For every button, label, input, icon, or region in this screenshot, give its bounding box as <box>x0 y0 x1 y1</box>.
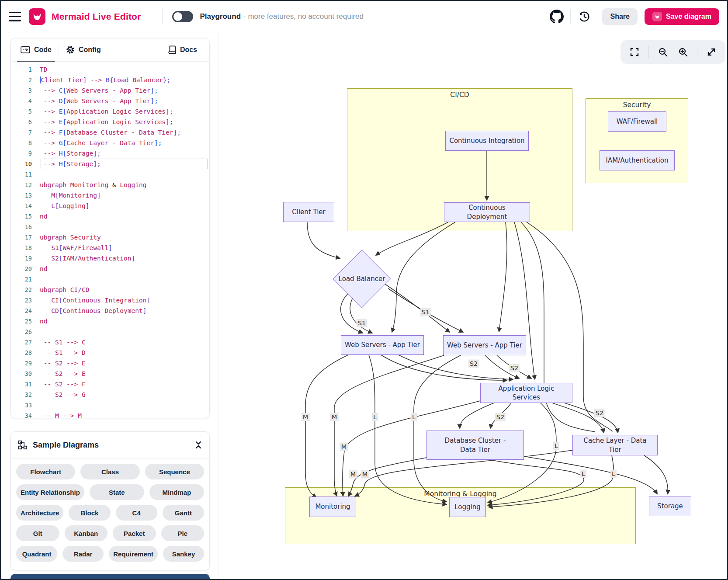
code-line[interactable]: 17ubgraph Security <box>11 232 209 243</box>
code-line[interactable]: 22ubgraph CI/CD <box>11 285 209 295</box>
code-editor[interactable]: 1TD2Client Tier] --> B{Load Balancer};3 … <box>11 62 209 418</box>
code-line[interactable]: 29 -- S2 --> E <box>11 358 209 368</box>
zoom-out-icon[interactable] <box>656 45 669 59</box>
line-text: --> H[Storage]; <box>40 148 101 159</box>
line-number: 34 <box>11 410 40 418</box>
sample-state[interactable]: State <box>90 484 144 500</box>
bottom-panel-peek[interactable] <box>10 574 210 580</box>
code-icon <box>21 46 30 54</box>
code-line[interactable]: 30 -- S2 --> E <box>11 368 209 379</box>
code-line[interactable]: 10 --> H[Storage]; <box>11 159 209 169</box>
sample-diagrams-title: Sample Diagrams <box>33 441 189 450</box>
sample-sankey[interactable]: Sankey <box>163 546 204 562</box>
sample-git[interactable]: Git <box>16 525 59 541</box>
menu-icon[interactable] <box>9 12 21 21</box>
code-line[interactable]: 28 -- S1 --> D <box>11 347 209 358</box>
code-line[interactable]: 26 <box>11 326 209 337</box>
collapse-icon[interactable] <box>194 441 202 449</box>
code-line[interactable]: 4 --> D[Web Servers - App Tier]; <box>11 96 209 106</box>
diagram-pane[interactable] <box>218 32 727 579</box>
code-line[interactable]: 20nd <box>11 264 209 274</box>
code-line[interactable]: 15nd <box>11 211 209 222</box>
sample-class[interactable]: Class <box>80 464 139 479</box>
line-text: TD <box>40 64 47 75</box>
sample-gantt[interactable]: Gantt <box>163 505 204 521</box>
diagram-icon <box>18 440 28 450</box>
code-line[interactable]: 2Client Tier] --> B{Load Balancer}; <box>11 75 209 85</box>
code-line[interactable]: 5 --> E[Application Logic Services]; <box>11 106 209 117</box>
line-text: -- S2 --> E <box>40 368 86 379</box>
history-icon[interactable] <box>577 9 592 24</box>
code-line[interactable]: 19 S2[IAM/Authentication] <box>11 253 209 264</box>
mermaid-logo-icon[interactable] <box>29 8 45 25</box>
sample-block[interactable]: Block <box>69 505 110 521</box>
code-line[interactable]: 12ubgraph Monitoring & Logging <box>11 180 209 190</box>
line-text: -- S2 --> G <box>40 389 86 400</box>
code-line[interactable]: 11 <box>11 169 209 180</box>
sample-entity-relationship[interactable]: Entity Relationship <box>16 484 84 500</box>
zoom-in-icon[interactable] <box>676 45 690 59</box>
sample-flowchart[interactable]: Flowchart <box>16 464 75 479</box>
toolbar-divider <box>697 45 697 59</box>
code-line[interactable]: 13 M[Monitoring] <box>11 190 209 201</box>
tab-docs[interactable]: Docs <box>161 38 207 61</box>
sample-kanban[interactable]: Kanban <box>65 525 108 541</box>
code-line[interactable]: 9 --> H[Storage]; <box>11 148 209 159</box>
line-text: nd <box>40 316 47 326</box>
code-line[interactable]: 8 --> G[Cache Layer - Data Tier]; <box>11 138 209 148</box>
save-mermaid-icon <box>652 12 662 21</box>
code-line[interactable]: 23 CI[Continuous Integration] <box>11 295 209 306</box>
gear-icon <box>66 45 75 54</box>
sample-diagrams-header[interactable]: Sample Diagrams <box>11 432 209 458</box>
sample-radar[interactable]: Radar <box>62 546 104 562</box>
line-text: nd <box>40 264 47 274</box>
code-line[interactable]: 24 CD[Continuous Deployment] <box>11 306 209 316</box>
app-header: Mermaid Live Editor Playground- more fea… <box>1 1 727 32</box>
code-line[interactable]: 25nd <box>11 316 209 326</box>
playground-toggle[interactable] <box>172 11 193 22</box>
code-line[interactable]: 3 --> C[Web Servers - App Tier]; <box>11 85 209 96</box>
sample-architecture[interactable]: Architecture <box>16 505 63 521</box>
line-number: 25 <box>11 316 40 326</box>
line-number: 23 <box>11 295 40 306</box>
tab-config[interactable]: Config <box>59 38 108 61</box>
sample-requirement[interactable]: Requirement <box>109 546 158 562</box>
resize-icon[interactable] <box>705 45 718 59</box>
sample-pie[interactable]: Pie <box>161 525 205 541</box>
line-number: 4 <box>11 96 40 106</box>
header-divider <box>570 9 571 24</box>
line-number: 12 <box>11 180 40 190</box>
line-text: -- S2 --> F <box>40 379 86 389</box>
code-line[interactable]: 31 -- S2 --> F <box>11 379 209 389</box>
code-line[interactable]: 34 -- M --> M <box>11 410 209 418</box>
code-line[interactable]: 18 S1[WAF/Firewall] <box>11 243 209 253</box>
save-diagram-button[interactable]: Save diagram <box>645 8 719 25</box>
code-line[interactable]: 6 --> E[Application Logic Services]; <box>11 117 209 127</box>
line-number: 2 <box>11 75 40 85</box>
line-number: 20 <box>11 264 40 274</box>
sample-diagrams-panel: Sample Diagrams FlowchartClassSequenceEn… <box>10 431 210 570</box>
share-button[interactable]: Share <box>602 8 637 25</box>
line-text: ubgraph Monitoring & Logging <box>40 180 146 190</box>
sample-c4[interactable]: C4 <box>116 505 157 521</box>
sample-row: Entity RelationshipStateMindmap <box>16 484 204 500</box>
sample-packet[interactable]: Packet <box>113 525 156 541</box>
github-icon[interactable] <box>549 9 564 24</box>
fullscreen-icon[interactable] <box>628 45 641 59</box>
toolbar-divider <box>648 45 649 59</box>
sample-row: QuadrantRadarRequirementSankey <box>16 546 204 562</box>
line-text: -- S2 --> E <box>40 358 86 368</box>
code-line[interactable]: 32 -- S2 --> G <box>11 389 209 400</box>
code-line[interactable]: 16 <box>11 222 209 232</box>
code-line[interactable]: 1TD <box>11 64 209 75</box>
code-line[interactable]: 21 <box>11 274 209 285</box>
code-line[interactable]: 7 --> F[Database Cluster - Data Tier]; <box>11 127 209 138</box>
code-line[interactable]: 14 L[Logging] <box>11 201 209 211</box>
line-number: 26 <box>11 326 40 337</box>
sample-quadrant[interactable]: Quadrant <box>16 546 57 562</box>
tab-code[interactable]: Code <box>14 38 59 61</box>
code-line[interactable]: 27 -- S1 --> C <box>11 337 209 347</box>
sample-sequence[interactable]: Sequence <box>145 464 204 479</box>
code-line[interactable]: 33 <box>11 400 209 410</box>
sample-mindmap[interactable]: Mindmap <box>149 484 204 500</box>
